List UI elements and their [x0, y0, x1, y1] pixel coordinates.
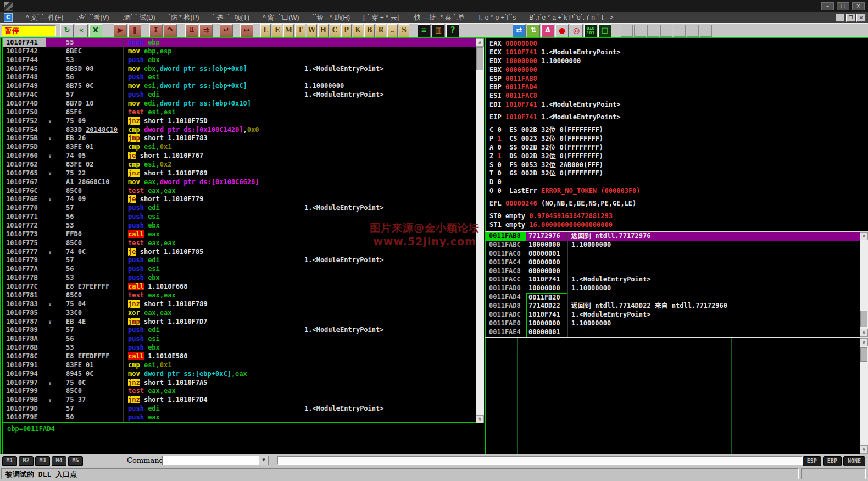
m-tab-m4[interactable]: M4 — [52, 456, 66, 466]
register-row[interactable]: EBX 00000000 — [489, 66, 868, 75]
disasm-row[interactable]: 1010F79B∨75 37jnz short 1.1010F7D4 — [3, 396, 476, 405]
disasm-row[interactable]: 1010F74453push ebx — [3, 56, 476, 65]
stack-row[interactable]: 0011FAD87714DD22返回到 ntdll.7714DD22 来自 nt… — [486, 302, 868, 311]
plugin-field[interactable] — [277, 456, 803, 465]
register-row[interactable]: EAX 00000000 — [489, 40, 868, 48]
disasm-row[interactable]: 1010F78A56push esi — [3, 335, 476, 344]
stack-scrollbar[interactable]: ∧ ∨ — [860, 232, 868, 337]
disasm-row[interactable]: 1010F7458B5D 08mov ebx,dword ptr ss:[ebp… — [3, 65, 476, 74]
run-button[interactable]: ▶ — [114, 24, 127, 37]
step-back-button[interactable]: « — [75, 24, 88, 37]
record-dot-button[interactable]: ● — [555, 24, 569, 37]
align-button-esp[interactable]: ESP — [803, 456, 821, 466]
mdi-close-button[interactable]: × — [856, 14, 866, 22]
disasm-row[interactable]: 1010F754833D 20148C10cmp dword ptr ds:[0… — [3, 126, 476, 135]
disasm-row[interactable]: 1010F77957push edi1.<ModuleEntryPoint> — [3, 256, 476, 265]
disasm-row[interactable]: 1010F77585C0test eax,eax — [3, 239, 476, 248]
disasm-row[interactable]: 1010F76C85C0test eax,eax — [3, 187, 476, 196]
disasm-row[interactable]: 1010F74856push esi — [3, 73, 476, 82]
register-row[interactable]: D 0 — [489, 178, 868, 187]
binary-button[interactable]: 010 101 — [584, 24, 597, 37]
step-over-button[interactable]: ↷ — [164, 24, 177, 37]
title-bar[interactable]: – □ × — [0, 0, 868, 12]
stack-row[interactable]: 0011FAC800000000 — [486, 267, 868, 276]
stack-row[interactable]: 0011FACC1010F7411.<ModuleEntryPoint> — [486, 275, 868, 284]
source-button[interactable]: S — [399, 24, 409, 37]
references-button[interactable]: R — [376, 24, 386, 37]
threads-button[interactable]: T — [295, 24, 305, 37]
scrollbar-thumb[interactable] — [860, 311, 867, 327]
target-button[interactable]: ◎ — [570, 24, 583, 37]
stack-row[interactable]: 0011FAC000000001 — [486, 250, 868, 258]
animate-over-button[interactable]: ⇉ — [199, 24, 213, 37]
disasm-row[interactable]: 1010F76283FE 02cmp esi,0x2 — [3, 161, 476, 169]
registers-pane[interactable]: EAX 00000000ECX 1010F741 1.<ModuleEntryP… — [485, 38, 868, 231]
disasm-row[interactable]: 1010F78B53push ebx — [3, 344, 476, 352]
empty-slot[interactable] — [621, 25, 633, 37]
register-row[interactable]: ESP 0011FAB8 — [489, 75, 868, 84]
call-stack-button[interactable]: K — [353, 24, 363, 37]
stack-row[interactable]: 0011FAE400000001 — [486, 328, 868, 337]
disasm-row[interactable]: 1010F75B∨EB 26jmp short 1.1010F783 — [3, 134, 476, 143]
m-tab-m1[interactable]: M1 — [2, 456, 17, 466]
close-program-button[interactable]: X — [89, 24, 102, 37]
disasm-row[interactable]: 1010F760∨74 05je short 1.1010F767 — [3, 152, 476, 161]
command-dropdown-button[interactable]: ▼ — [259, 456, 269, 465]
disasm-row[interactable]: 1010F77CE8 E7FEFFFFcall 1.1010F668 — [3, 283, 476, 291]
stack-row[interactable]: 0011FAE0100000001.10000000 — [486, 319, 868, 328]
disasm-row[interactable]: 1010F78533C0xor eax,eax — [3, 309, 476, 318]
disasm-row[interactable]: 1010F76E∨74 09je short 1.1010F779 — [3, 195, 476, 204]
command-input[interactable] — [162, 456, 259, 465]
register-row[interactable]: ESI 0011FAC8 — [489, 92, 868, 101]
swap-arrows-button[interactable]: ⇄ — [513, 24, 526, 37]
disassembly-scrollbar[interactable]: ∧ ∨ — [476, 38, 484, 423]
disasm-row[interactable]: 1010F7428BECmov ebp,esp — [3, 47, 476, 56]
disasm-row[interactable]: 1010F7948945 0Cmov dword ptr ss:[ebp+0xC… — [3, 370, 476, 379]
disasm-row[interactable]: 1010F79183FE 01cmp esi,0x1 — [3, 361, 476, 370]
empty-slot[interactable] — [647, 25, 659, 37]
restart-button[interactable]: ↻ — [60, 24, 74, 37]
disasm-row[interactable]: 1010F765∨75 22jnz short 1.1010F789 — [3, 169, 476, 178]
scroll-down-button[interactable]: ∨ — [860, 329, 868, 337]
disasm-row[interactable]: 1010F773FFD0call eax — [3, 230, 476, 239]
execute-till-return-button[interactable]: ↵ — [220, 24, 233, 37]
menu-item-breakpoint[interactable]: B`.r`e °-a +`k P`'o`.-i' n-`-t --> — [522, 12, 620, 23]
stack-row[interactable]: 0011FAC400000000 — [486, 258, 868, 267]
disasm-row[interactable]: 1010F75D83FE 01cmp esi,0x1 — [3, 143, 476, 152]
breakpoints-button[interactable]: B — [364, 24, 375, 37]
minimize-button[interactable]: – — [821, 2, 834, 10]
stack-row[interactable]: 0011FABC100000001.10000000 — [486, 241, 868, 250]
register-row[interactable]: EDI 1010F741 1.<ModuleEntryPoint> — [489, 101, 868, 109]
disasm-row[interactable]: 1010F78957push edi1.<ModuleEntryPoint> — [3, 326, 476, 335]
menu-item-tools[interactable]: T,-o °-o +`l``s — [471, 12, 522, 23]
memory-map-button[interactable]: M — [283, 24, 294, 37]
empty-slot[interactable] — [674, 25, 686, 37]
assemble-a-button[interactable]: A — [541, 24, 554, 37]
disasm-row[interactable]: 1010F77B53push ebx — [3, 274, 476, 283]
align-button-none[interactable]: NONE — [843, 456, 865, 466]
register-row[interactable]: ST0 empty 0.9704591638472881293 — [489, 212, 868, 221]
info-pane[interactable]: ebp=0011FAD4 — [2, 423, 486, 454]
register-row[interactable]: Z 1 DS 002B 32位 0(FFFFFFFF) — [489, 152, 868, 161]
register-row[interactable]: EFL 00000246 (NO,NB,E,BE,NS,PE,GE,LE) — [489, 200, 868, 208]
grid-button[interactable]: ▦ — [432, 24, 445, 37]
disasm-row[interactable]: 1010F78CE8 EFEDFFFFcall 1.1010E580 — [3, 352, 476, 361]
empty-slot[interactable] — [687, 25, 699, 37]
disasm-row[interactable]: 1010F75085F6test esi,esi — [3, 108, 476, 117]
disassembly-pane[interactable]: 1010F74155push ebp1010F7428BECmov ebp,es… — [2, 38, 476, 423]
empty-slot[interactable] — [700, 25, 712, 37]
disasm-row[interactable]: 1010F77057push edi1.<ModuleEntryPoint> — [3, 204, 476, 213]
register-row[interactable]: S 0 FS 0053 32位 2AB000(FFF) — [489, 161, 868, 170]
register-row[interactable]: EDX 10000000 1.10000000 — [489, 57, 868, 66]
disasm-row[interactable]: 1010F797∨75 0Cjnz short 1.1010F7A5 — [3, 379, 476, 388]
handles-button[interactable]: H — [318, 24, 329, 37]
executables-button[interactable]: E — [272, 24, 282, 37]
window-frame-button[interactable]: □ — [598, 24, 611, 37]
scroll-down-button[interactable]: ∨ — [860, 445, 868, 454]
disasm-row[interactable]: 1010F77A56push esi — [3, 265, 476, 274]
disasm-row[interactable]: 1010F767A1 28668C10mov eax,dword ptr ds:… — [3, 178, 476, 187]
pause-program-button[interactable]: ‖ — [128, 24, 141, 37]
disasm-row[interactable]: 1010F777∨74 0Cje short 1.1010F785 — [3, 248, 476, 257]
empty-slot[interactable] — [660, 25, 672, 37]
scrollbar-thumb[interactable] — [860, 347, 867, 362]
